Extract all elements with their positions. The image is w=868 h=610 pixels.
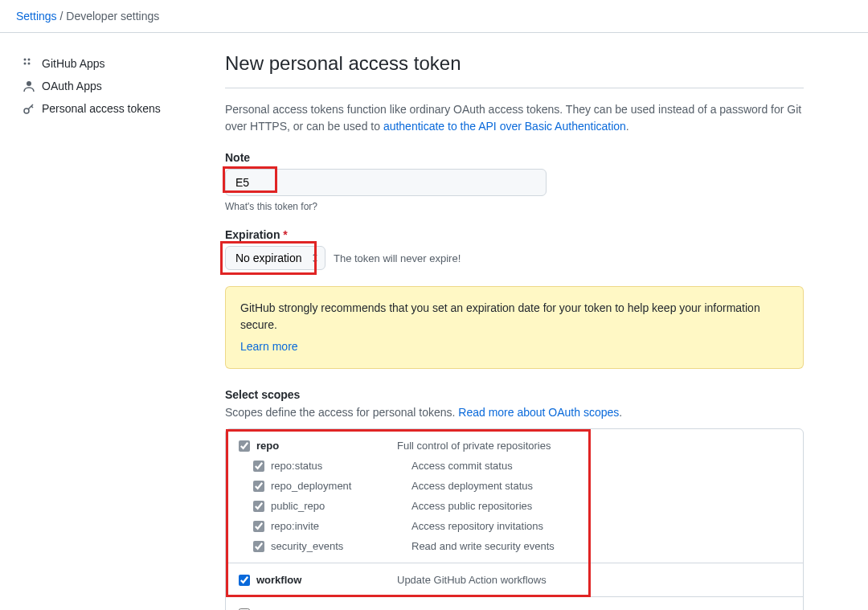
scope-name: public_repo xyxy=(271,500,411,512)
scope-group: workflowUpdate GitHub Action workflows xyxy=(226,563,803,597)
scopes-desc: Scopes define the access for personal to… xyxy=(225,406,804,419)
svg-point-0 xyxy=(24,59,27,61)
scope-name: repo xyxy=(256,440,397,452)
scopes-docs-link[interactable]: Read more about OAuth scopes xyxy=(458,406,619,419)
scope-description: Access repository invitations xyxy=(411,520,543,532)
note-label: Note xyxy=(225,151,804,164)
sidebar-label: Personal access tokens xyxy=(42,102,161,115)
sidebar-item-personal-access-tokens[interactable]: Personal access tokens xyxy=(16,97,225,120)
scope-row: repo_deploymentAccess deployment status xyxy=(226,476,803,496)
scope-row: repo:statusAccess commit status xyxy=(226,456,803,476)
sidebar-label: OAuth Apps xyxy=(42,80,102,92)
scope-checkbox[interactable] xyxy=(253,501,264,512)
scope-checkbox[interactable] xyxy=(253,521,264,532)
scope-row: public_repoAccess public repositories xyxy=(226,496,803,516)
note-input[interactable] xyxy=(225,169,547,196)
main-content: New personal access token Personal acces… xyxy=(225,52,804,610)
breadcrumb-sep: / xyxy=(57,10,67,23)
scope-checkbox[interactable] xyxy=(239,575,250,586)
sidebar-item-github-apps[interactable]: GitHub Apps xyxy=(16,52,225,75)
apps-icon xyxy=(23,57,35,70)
scope-row: workflowUpdate GitHub Action workflows xyxy=(226,570,803,590)
expiration-select[interactable]: No expiration xyxy=(225,246,326,270)
scope-row: repo:inviteAccess repository invitations xyxy=(226,516,803,536)
breadcrumb-settings-link[interactable]: Settings xyxy=(16,10,57,23)
scope-description: Read and write security events xyxy=(411,540,555,552)
scopes-label: Select scopes xyxy=(225,388,804,401)
expiration-warning-flash: GitHub strongly recommends that you set … xyxy=(225,286,804,369)
sidebar-item-oauth-apps[interactable]: OAuth Apps xyxy=(16,75,225,97)
scope-checkbox[interactable] xyxy=(253,541,264,552)
breadcrumb: Settings / Developer settings xyxy=(0,0,868,33)
scope-row: repoFull control of private repositories xyxy=(226,436,803,456)
scope-group: repoFull control of private repositories… xyxy=(226,429,803,563)
scope-checkbox[interactable] xyxy=(239,440,250,452)
learn-more-link[interactable]: Learn more xyxy=(240,338,298,355)
key-icon xyxy=(23,102,35,115)
expiration-label: Expiration * xyxy=(225,228,804,241)
page-title: New personal access token xyxy=(225,52,804,75)
svg-point-3 xyxy=(28,63,31,65)
scope-description: Update GitHub Action workflows xyxy=(397,574,547,586)
scopes-box: repoFull control of private repositories… xyxy=(225,428,804,610)
sidebar-label: GitHub Apps xyxy=(42,57,105,70)
person-icon xyxy=(23,80,35,92)
scope-name: repo_deployment xyxy=(271,480,411,492)
scope-description: Full control of private repositories xyxy=(397,440,551,452)
scope-group: write:packagesUpload packages to GitHub … xyxy=(226,597,803,610)
breadcrumb-current: Developer settings xyxy=(66,10,159,23)
scope-checkbox[interactable] xyxy=(253,481,264,492)
scope-name: workflow xyxy=(256,574,397,586)
scope-description: Access deployment status xyxy=(411,480,533,492)
page-description: Personal access tokens function like ord… xyxy=(225,101,804,135)
svg-point-4 xyxy=(27,81,31,86)
scope-description: Access public repositories xyxy=(411,500,532,512)
scope-name: repo:invite xyxy=(271,520,411,532)
note-hint: What's this token for? xyxy=(225,201,804,212)
expiration-hint: The token will never expire! xyxy=(334,252,461,264)
scope-row: security_eventsRead and write security e… xyxy=(226,536,803,556)
scope-checkbox[interactable] xyxy=(253,461,264,472)
scope-name: repo:status xyxy=(271,460,411,472)
scope-description: Access commit status xyxy=(411,460,513,472)
svg-point-1 xyxy=(28,59,31,61)
scope-row: write:packagesUpload packages to GitHub … xyxy=(226,604,803,610)
scope-name: security_events xyxy=(271,540,411,552)
sidebar: GitHub Apps OAuth Apps Personal access t… xyxy=(16,52,225,610)
svg-point-2 xyxy=(24,63,27,65)
auth-docs-link[interactable]: authenticate to the API over Basic Authe… xyxy=(383,120,626,133)
